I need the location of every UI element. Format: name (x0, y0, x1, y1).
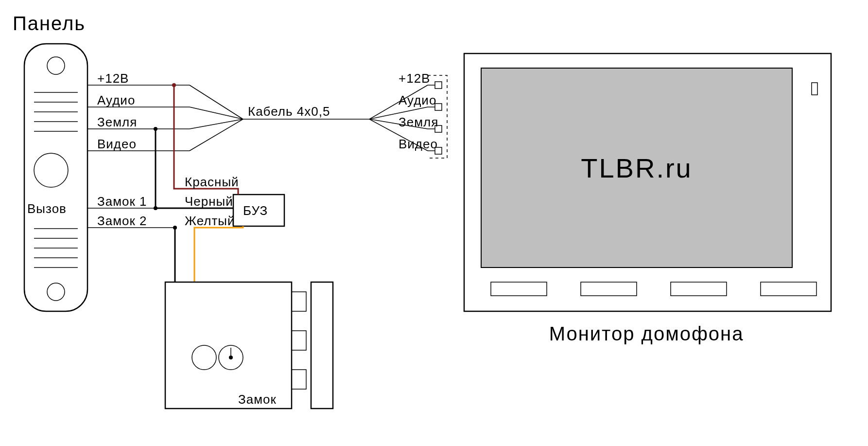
panel-screw-bottom (47, 283, 65, 301)
monitor-label-power: +12В (399, 71, 430, 86)
panel-call-label: Вызов (27, 201, 67, 216)
panel-label-lock1: Замок 1 (97, 194, 147, 209)
wiring-diagram: Панель Вызов +12В Аудио Земля Видео Кабе… (0, 0, 868, 446)
node-black2 (154, 206, 157, 210)
panel-label-ground: Земля (97, 115, 137, 129)
panel-label-video: Видео (97, 137, 137, 151)
cable-label: Кабель 4х0,5 (248, 104, 330, 119)
node-black3 (173, 226, 177, 230)
monitor-button (491, 282, 547, 296)
wire-yellow (194, 226, 243, 282)
monitor-led (812, 83, 817, 95)
monitor-button (671, 282, 727, 296)
monitor-label-video: Видео (399, 137, 438, 151)
wire-yellow-label: Желтый (185, 214, 235, 228)
panel-title: Панель (13, 13, 86, 34)
panel-camera (34, 153, 68, 187)
wire-black-label: Черный (185, 194, 233, 209)
wire-red-label: Красный (185, 175, 239, 189)
lock-bolt (292, 331, 306, 350)
lock-bolt (292, 370, 306, 389)
panel-screw-top (47, 57, 65, 74)
lock-bolt (292, 292, 306, 311)
monitor-terminal (435, 82, 442, 89)
panel-label-power: +12В (97, 71, 129, 86)
monitor-button (761, 282, 816, 296)
monitor-label-ground: Земля (399, 115, 438, 129)
monitor-title: Монитор домофона (549, 323, 744, 344)
monitor-button (581, 282, 637, 296)
lock-keyhole-dot (229, 356, 233, 359)
monitor-screen-text: TLBR.ru (581, 153, 693, 183)
panel-label-lock2: Замок 2 (97, 214, 147, 228)
panel-label-audio: Аудио (97, 93, 135, 107)
monitor-label-audio: Аудио (399, 93, 436, 107)
buz-label: БУЗ (243, 203, 268, 218)
lock-label: Замок (238, 392, 277, 407)
fan-left (190, 85, 243, 119)
panel-body (24, 44, 87, 311)
fan-left (190, 107, 243, 119)
lock-cylinder (192, 345, 216, 370)
lock-strike (311, 282, 333, 409)
